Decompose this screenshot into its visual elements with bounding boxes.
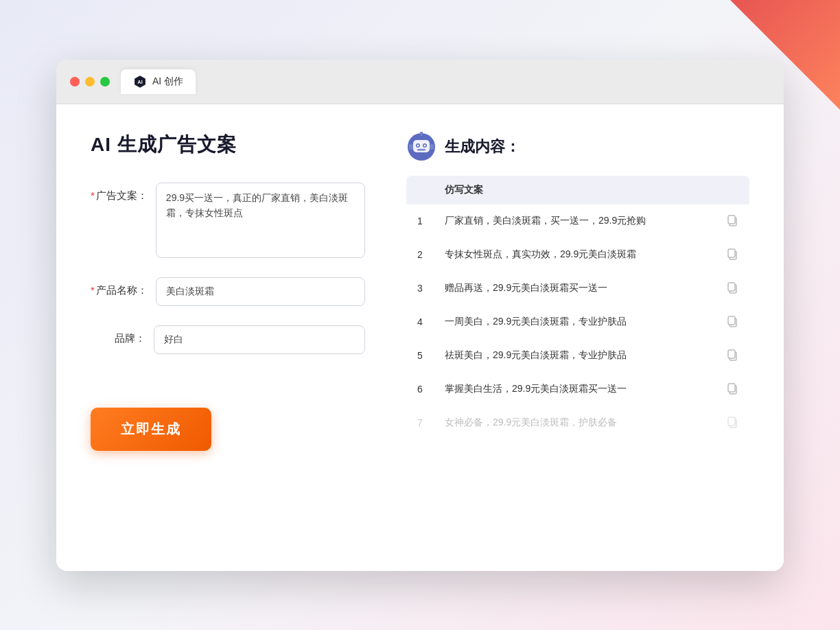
ai-tab-icon: AI — [133, 75, 147, 89]
row-text: 赠品再送，29.9元美白淡斑霜买一送一 — [434, 272, 715, 305]
row-number: 4 — [406, 305, 434, 339]
minimize-button[interactable] — [85, 77, 95, 86]
row-text: 祛斑美白，29.9元美白淡斑霜，专业护肤品 — [434, 339, 715, 373]
copy-icon[interactable] — [726, 248, 738, 260]
ad-copy-label: *广告文案： — [91, 183, 148, 202]
row-number: 7 — [406, 406, 434, 440]
copy-icon[interactable] — [726, 416, 738, 428]
tab-label: AI 创作 — [152, 75, 183, 88]
right-panel: 生成内容： 仿写文案 1厂家直销，美白淡斑霜，买一送一，29.9元抢购 2专抹女… — [393, 132, 749, 544]
svg-rect-17 — [728, 283, 735, 291]
col-num-header — [406, 176, 434, 205]
traffic-lights — [70, 77, 110, 86]
table-row: 7女神必备，29.9元美白淡斑霜，护肤必备 — [406, 406, 749, 440]
row-text: 专抹女性斑点，真实功效，29.9元美白淡斑霜 — [434, 238, 715, 272]
row-text: 厂家直销，美白淡斑霜，买一送一，29.9元抢购 — [434, 205, 715, 238]
generate-button[interactable]: 立即生成 — [91, 408, 211, 451]
table-row: 5祛斑美白，29.9元美白淡斑霜，专业护肤品 — [406, 339, 749, 373]
left-panel: AI 生成广告文案 *广告文案： *产品名称： 品牌： 立即生成 — [91, 132, 393, 544]
row-text: 一周美白，29.9元美白淡斑霜，专业护肤品 — [434, 305, 715, 339]
row-number: 3 — [406, 272, 434, 305]
result-table: 仿写文案 1厂家直销，美白淡斑霜，买一送一，29.9元抢购 2专抹女性斑点，真实… — [406, 176, 749, 440]
table-row: 1厂家直销，美白淡斑霜，买一送一，29.9元抢购 — [406, 205, 749, 238]
close-button[interactable] — [70, 77, 80, 86]
main-content: AI 生成广告文案 *广告文案： *产品名称： 品牌： 立即生成 — [56, 104, 784, 571]
ad-copy-group: *广告文案： — [91, 183, 365, 258]
browser-window: AI AI 创作 AI 生成广告文案 *广告文案： *产品名称： — [56, 60, 784, 571]
row-text: 掌握美白生活，29.9元美白淡斑霜买一送一 — [434, 373, 715, 406]
copy-button-cell[interactable] — [715, 238, 749, 272]
ad-copy-input[interactable] — [156, 183, 365, 258]
robot-icon — [406, 132, 436, 162]
copy-icon[interactable] — [726, 349, 738, 361]
svg-point-7 — [417, 144, 419, 146]
product-name-required: * — [91, 284, 95, 296]
copy-button-cell[interactable] — [715, 406, 749, 440]
result-header: 生成内容： — [406, 132, 749, 162]
table-row: 3赠品再送，29.9元美白淡斑霜买一送一 — [406, 272, 749, 305]
svg-rect-15 — [728, 249, 735, 257]
row-number: 5 — [406, 339, 434, 373]
svg-rect-21 — [728, 350, 735, 358]
svg-rect-11 — [430, 144, 434, 150]
product-name-label: *产品名称： — [91, 277, 148, 297]
table-row: 4一周美白，29.9元美白淡斑霜，专业护肤品 — [406, 305, 749, 339]
svg-rect-9 — [417, 149, 425, 151]
copy-button-cell[interactable] — [715, 272, 749, 305]
copy-icon[interactable] — [726, 382, 738, 395]
table-row: 6掌握美白生活，29.9元美白淡斑霜买一送一 — [406, 373, 749, 406]
svg-point-8 — [424, 144, 426, 146]
result-title: 生成内容： — [445, 137, 520, 157]
title-bar: AI AI 创作 — [56, 60, 784, 104]
brand-group: 品牌： — [91, 325, 365, 354]
product-name-group: *产品名称： — [91, 277, 365, 306]
copy-icon[interactable] — [726, 315, 738, 327]
copy-button-cell[interactable] — [715, 205, 749, 238]
ad-copy-required: * — [91, 189, 95, 201]
page-title: AI 生成广告文案 — [91, 132, 365, 158]
table-row: 2专抹女性斑点，真实功效，29.9元美白淡斑霜 — [406, 238, 749, 272]
col-text-header: 仿写文案 — [434, 176, 715, 205]
col-action-header — [715, 176, 749, 205]
copy-button-cell[interactable] — [715, 305, 749, 339]
row-number: 1 — [406, 205, 434, 238]
copy-icon[interactable] — [726, 281, 738, 294]
copy-button-cell[interactable] — [715, 373, 749, 406]
product-name-input[interactable] — [156, 277, 365, 306]
row-number: 2 — [406, 238, 434, 272]
svg-rect-23 — [728, 384, 735, 392]
svg-rect-19 — [728, 316, 735, 325]
row-number: 6 — [406, 373, 434, 406]
ai-tab[interactable]: AI AI 创作 — [121, 69, 196, 94]
brand-input[interactable] — [154, 325, 365, 354]
svg-text:AI: AI — [137, 79, 143, 85]
copy-button-cell[interactable] — [715, 339, 749, 373]
svg-rect-10 — [409, 144, 413, 150]
svg-rect-13 — [728, 215, 735, 224]
maximize-button[interactable] — [100, 77, 110, 86]
svg-rect-25 — [728, 417, 735, 425]
copy-icon[interactable] — [726, 214, 738, 226]
brand-label: 品牌： — [91, 325, 145, 345]
row-text: 女神必备，29.9元美白淡斑霜，护肤必备 — [434, 406, 715, 440]
